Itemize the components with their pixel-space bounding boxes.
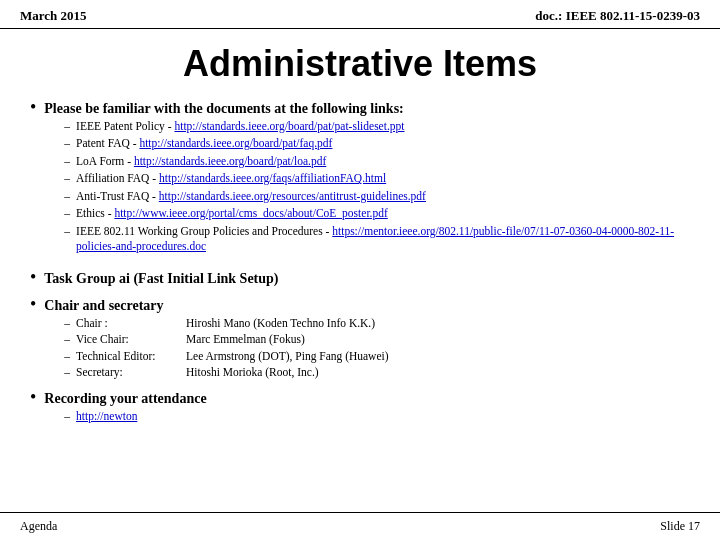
recording-list: – http://newton bbox=[64, 409, 206, 425]
chair-item-chair: – Chair : Hiroshi Mano (Koden Techno Inf… bbox=[64, 316, 388, 332]
affiliation-link[interactable]: http://standards.ieee.org/faqs/affiliati… bbox=[159, 172, 386, 184]
antitrust-link[interactable]: http://standards.ieee.org/resources/anti… bbox=[159, 190, 426, 202]
dash-icon: – bbox=[64, 316, 70, 332]
list-item: – Anti-Trust FAQ - http://standards.ieee… bbox=[64, 189, 690, 205]
list-item: – LoA Form - http://standards.ieee.org/b… bbox=[64, 154, 690, 170]
list-item: – IEEE Patent Policy - http://standards.… bbox=[64, 119, 690, 135]
dash-icon: – bbox=[64, 349, 70, 365]
header-date: March 2015 bbox=[20, 8, 87, 24]
item-label: Ethics - bbox=[76, 207, 114, 219]
main-title: Administrative Items bbox=[20, 43, 700, 85]
bullet-dot-1: • bbox=[30, 97, 36, 118]
chair-role: Chair : bbox=[76, 316, 186, 332]
secretary-name: Hitoshi Morioka (Root, Inc.) bbox=[186, 365, 319, 381]
dash-icon: – bbox=[64, 119, 70, 135]
secretary-role: Secretary: bbox=[76, 365, 186, 381]
bullet-taskgroup-text: Task Group ai (Fast Initial Link Setup) bbox=[44, 269, 278, 289]
dash-icon: – bbox=[64, 409, 70, 425]
editor-role: Technical Editor: bbox=[76, 349, 186, 365]
chair-item-secretary: – Secretary: Hitoshi Morioka (Root, Inc.… bbox=[64, 365, 388, 381]
vicechair-name: Marc Emmelman (Fokus) bbox=[186, 332, 305, 348]
bullet-familiar-text: Please be familiar with the documents at… bbox=[44, 101, 403, 116]
list-item: – Patent FAQ - http://standards.ieee.org… bbox=[64, 136, 690, 152]
dash-icon: – bbox=[64, 154, 70, 170]
dash-icon: – bbox=[64, 365, 70, 381]
links-list: – IEEE Patent Policy - http://standards.… bbox=[64, 119, 690, 255]
dash-icon: – bbox=[64, 136, 70, 152]
item-label: IEEE 802.11 Working Group Policies and P… bbox=[76, 225, 332, 237]
title-section: Administrative Items bbox=[0, 33, 720, 99]
bullet-chair-text: Chair and secretary bbox=[44, 298, 163, 313]
bullet-recording: • Recording your attendance – http://new… bbox=[30, 389, 690, 430]
item-label: IEEE Patent Policy - bbox=[76, 120, 174, 132]
bullet-chair: • Chair and secretary – Chair : Hiroshi … bbox=[30, 296, 690, 387]
footer: Agenda Slide 17 bbox=[0, 512, 720, 540]
list-item: – Affiliation FAQ - http://standards.iee… bbox=[64, 171, 690, 187]
chair-item-editor: – Technical Editor: Lee Armstrong (DOT),… bbox=[64, 349, 388, 365]
dash-icon: – bbox=[64, 206, 70, 222]
bullet-taskgroup: • Task Group ai (Fast Initial Link Setup… bbox=[30, 269, 690, 289]
recording-link-item: – http://newton bbox=[64, 409, 206, 425]
header-doc: doc.: IEEE 802.11-15-0239-03 bbox=[535, 8, 700, 24]
recording-link[interactable]: http://newton bbox=[76, 409, 137, 425]
bullet-recording-text: Recording your attendance bbox=[44, 391, 206, 406]
item-label: LoA Form - bbox=[76, 155, 134, 167]
editor-name: Lee Armstrong (DOT), Ping Fang (Huawei) bbox=[186, 349, 389, 365]
item-label: Affiliation FAQ - bbox=[76, 172, 159, 184]
patent-policy-link[interactable]: http://standards.ieee.org/board/pat/pat-… bbox=[174, 120, 404, 132]
dash-icon: – bbox=[64, 224, 70, 240]
content-area: • Please be familiar with the documents … bbox=[0, 99, 720, 430]
dash-icon: – bbox=[64, 171, 70, 187]
dash-icon: – bbox=[64, 332, 70, 348]
patent-faq-link[interactable]: http://standards.ieee.org/board/pat/faq.… bbox=[139, 137, 332, 149]
bullet-familiar: • Please be familiar with the documents … bbox=[30, 99, 690, 261]
item-label: Anti-Trust FAQ - bbox=[76, 190, 159, 202]
chair-list: – Chair : Hiroshi Mano (Koden Techno Inf… bbox=[64, 316, 388, 381]
bullet-dot-2: • bbox=[30, 267, 36, 288]
bullet-dot-4: • bbox=[30, 387, 36, 408]
chair-name: Hiroshi Mano (Koden Techno Info K.K.) bbox=[186, 316, 375, 332]
header: March 2015 doc.: IEEE 802.11-15-0239-03 bbox=[0, 0, 720, 29]
loa-link[interactable]: http://standards.ieee.org/board/pat/loa.… bbox=[134, 155, 326, 167]
item-label: Patent FAQ - bbox=[76, 137, 139, 149]
vicechair-role: Vice Chair: bbox=[76, 332, 186, 348]
ethics-link[interactable]: http://www.ieee.org/portal/cms_docs/abou… bbox=[114, 207, 387, 219]
chair-item-vicechair: – Vice Chair: Marc Emmelman (Fokus) bbox=[64, 332, 388, 348]
list-item: – Ethics - http://www.ieee.org/portal/cm… bbox=[64, 206, 690, 222]
slide-container: March 2015 doc.: IEEE 802.11-15-0239-03 … bbox=[0, 0, 720, 540]
footer-agenda: Agenda bbox=[20, 519, 57, 534]
bullet-dot-3: • bbox=[30, 294, 36, 315]
list-item: – IEEE 802.11 Working Group Policies and… bbox=[64, 224, 690, 255]
dash-icon: – bbox=[64, 189, 70, 205]
footer-slide: Slide 17 bbox=[660, 519, 700, 534]
